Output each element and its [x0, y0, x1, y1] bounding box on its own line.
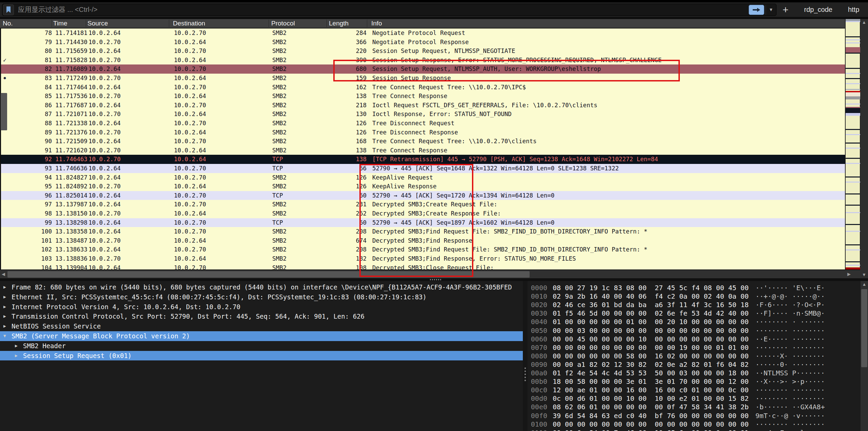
- hex-row-0060[interactable]: 006000 00 45 00 00 00 00 10 00 00 00 00 …: [528, 335, 868, 343]
- collapsed-arrow-icon[interactable]: ▶: [3, 312, 6, 321]
- column-header-protocol[interactable]: Protocol: [271, 19, 295, 28]
- packet-row-78[interactable]: 7811.71418110.0.2.6410.0.2.70SMB2284Nego…: [1, 29, 845, 38]
- column-header-no[interactable]: No.: [3, 19, 13, 28]
- hex-row-0020[interactable]: 002002 46 ce 36 01 bd da ba a6 3f 11 4f …: [528, 301, 868, 309]
- column-header-destination[interactable]: Destination: [173, 19, 205, 28]
- filter-bookmark-button[interactable]: [3, 4, 14, 15]
- add-filter-button[interactable]: +: [783, 5, 789, 15]
- filter-shortcut-rdp_code[interactable]: rdp_code: [804, 6, 832, 13]
- packet-list-vscrollbar[interactable]: ▲ ▼: [860, 19, 868, 278]
- hex-row-0070[interactable]: 007000 00 00 00 00 00 00 00 00 00 19 00 …: [528, 343, 868, 352]
- detail-row[interactable]: ▶Ethernet II, Src: PCSSystemtec_45:5c:f4…: [0, 292, 523, 302]
- column-header-info[interactable]: Info: [371, 19, 382, 28]
- packet-list-header: No.TimeSourceDestinationProtocolLengthIn…: [0, 19, 845, 29]
- hex-row-00d0[interactable]: 00d00c 00 d6 01 00 00 10 00 10 00 e2 01 …: [528, 394, 868, 403]
- packet-minimap[interactable]: [845, 19, 860, 269]
- filter-shortcut-http[interactable]: http: [848, 6, 859, 13]
- packet-row-90[interactable]: 9011.72150910.0.2.6410.0.2.70SMB2168Tree…: [1, 137, 845, 146]
- packet-len-cell: 138: [325, 146, 367, 155]
- column-separator[interactable]: [169, 20, 169, 27]
- collapsed-arrow-icon[interactable]: ▶: [3, 292, 6, 302]
- column-header-time[interactable]: Time: [53, 19, 67, 28]
- packet-dst-cell: 10.0.2.70: [174, 245, 206, 254]
- packet-time-cell: 11.717687: [55, 101, 87, 110]
- detail-row[interactable]: ▶Session Setup Request (0x01): [0, 351, 523, 361]
- hex-row-0050[interactable]: 005000 00 03 00 00 00 00 00 00 00 00 00 …: [528, 326, 868, 335]
- minimap-stripe: [846, 129, 861, 130]
- packet-row-79[interactable]: 7911.71443010.0.2.7010.0.2.64SMB2366Nego…: [1, 38, 845, 47]
- hex-row-00c0[interactable]: 00c012 00 ae 01 00 00 16 00 16 00 c0 01 …: [528, 386, 868, 394]
- collapsed-arrow-icon[interactable]: ▶: [3, 302, 6, 312]
- display-filter-input[interactable]: 应用显示过滤器 ... <Ctrl-/> ▼: [2, 4, 776, 16]
- hex-row-0040[interactable]: 004001 00 00 00 00 00 01 00 00 20 10 00 …: [528, 318, 868, 326]
- scroll-left-arrow-icon[interactable]: ◀: [0, 270, 7, 278]
- vertical-pane-splitter[interactable]: [523, 281, 528, 431]
- hex-row-0010[interactable]: 001002 9a 2b 16 40 00 40 06 f4 c2 0a 00 …: [528, 292, 868, 301]
- packet-row-92[interactable]: 9211.74646310.0.2.7010.0.2.64TCP138[TCP …: [1, 155, 845, 164]
- column-separator[interactable]: [52, 20, 52, 27]
- hex-row-0080[interactable]: 008000 00 00 00 00 00 58 00 16 02 00 00 …: [528, 352, 868, 360]
- hex-row-0100[interactable]: 010000 00 00 00 00 00 00 00 00 00 00 00 …: [528, 420, 868, 429]
- bytes-vscrollbar-thumb[interactable]: [861, 289, 867, 367]
- bytes-vscrollbar[interactable]: ▲: [861, 281, 868, 431]
- collapsed-arrow-icon[interactable]: ▶: [3, 282, 6, 292]
- scroll-up-arrow-icon[interactable]: ▲: [861, 281, 868, 288]
- packet-row-84[interactable]: 8411.71746410.0.2.6410.0.2.70SMB2162Tree…: [1, 83, 845, 92]
- column-separator[interactable]: [86, 20, 86, 27]
- collapsed-arrow-icon[interactable]: ▶: [15, 341, 18, 351]
- packet-row-85[interactable]: 8511.71753610.0.2.7010.0.2.64SMB2138Tree…: [1, 92, 845, 101]
- detail-row[interactable]: ▼SMB2 (Server Message Block Protocol ver…: [0, 331, 523, 341]
- column-header-length[interactable]: Length: [329, 19, 349, 28]
- hex-bytes: 01 f5 46 5d 00 00 00 00 02 6e fe 53 4d 4…: [553, 309, 749, 318]
- scroll-right-arrow-icon[interactable]: ▶: [846, 270, 852, 278]
- hex-row-00f0[interactable]: 00f039 6d 54 84 63 ed c0 40 bf 76 00 00 …: [528, 412, 868, 420]
- column-header-source[interactable]: Source: [87, 19, 108, 28]
- packet-row-80[interactable]: 8011.71565910.0.2.6410.0.2.70SMB2220Sess…: [1, 46, 845, 56]
- hex-row-0110[interactable]: 011000 00 0a 34 00 7a 46 00 10 65 6c 00 …: [528, 429, 868, 431]
- packet-row-91[interactable]: 9111.72162010.0.2.7010.0.2.64SMB2138Tree…: [1, 146, 845, 155]
- hex-row-00e0[interactable]: 00e008 62 06 01 00 00 00 00 00 0f 47 58 …: [528, 403, 868, 411]
- hex-row-00b0[interactable]: 00b018 00 58 00 00 00 3e 01 3e 01 70 00 …: [528, 377, 868, 386]
- expanded-arrow-icon[interactable]: ▼: [3, 331, 6, 341]
- packet-time-cell: 13.138150: [55, 209, 87, 218]
- packet-row-89[interactable]: 8911.72137610.0.2.7010.0.2.64SMB2126Tree…: [1, 128, 845, 137]
- packet-bytes-pane[interactable]: 000008 00 27 19 1c 83 08 00 27 45 5c f4 …: [528, 281, 868, 431]
- hex-row-0030[interactable]: 003001 f5 46 5d 00 00 00 00 02 6e fe 53 …: [528, 309, 868, 318]
- packet-no-cell: 99: [8, 218, 52, 227]
- packet-src-cell: 10.0.2.64: [88, 29, 121, 38]
- packet-proto-cell: SMB2: [272, 263, 287, 269]
- packet-src-cell: 10.0.2.64: [88, 200, 121, 209]
- detail-row[interactable]: ▶SMB2 Header: [0, 341, 523, 351]
- packet-no-cell: 83: [8, 74, 52, 83]
- hex-offset: 00a0: [530, 369, 547, 377]
- detail-row-text: Session Setup Request (0x01): [23, 351, 132, 361]
- minimap-stripe: [846, 134, 861, 135]
- splitter-grip-icon: [525, 368, 526, 381]
- detail-row[interactable]: ▶NetBIOS Session Service: [0, 321, 523, 331]
- scroll-down-arrow-icon[interactable]: ▼: [860, 271, 868, 278]
- scroll-up-arrow-icon[interactable]: ▲: [860, 19, 868, 26]
- column-separator[interactable]: [367, 20, 367, 27]
- collapsed-arrow-icon[interactable]: ▶: [15, 351, 18, 361]
- vscrollbar-thumb[interactable]: [1, 93, 7, 130]
- packet-time-cell: 11.721376: [55, 128, 87, 137]
- packet-row-87[interactable]: 8711.72107110.0.2.7010.0.2.64SMB2130Ioct…: [1, 110, 845, 119]
- minimap-stripe: [846, 231, 861, 232]
- packet-details-pane[interactable]: ▶Frame 82: 680 bytes on wire (5440 bits)…: [0, 281, 523, 431]
- collapsed-arrow-icon[interactable]: ▶: [3, 321, 6, 331]
- apply-filter-button[interactable]: [749, 5, 764, 15]
- packet-no-cell: 95: [8, 182, 52, 191]
- packet-row-88[interactable]: 8811.72133810.0.2.6410.0.2.70SMB2126Tree…: [1, 119, 845, 128]
- column-separator[interactable]: [269, 20, 269, 27]
- column-separator[interactable]: [327, 20, 327, 27]
- packet-no-cell: 79: [8, 38, 52, 47]
- detail-row[interactable]: ▶Internet Protocol Version 4, Src: 10.0.…: [0, 302, 523, 312]
- filter-history-caret[interactable]: ▼: [766, 5, 776, 15]
- packet-row-86[interactable]: 8611.71768710.0.2.6410.0.2.70SMB2218Ioct…: [1, 101, 845, 110]
- hex-row-00a0[interactable]: 00a001 f2 4e 54 4c 4d 53 53 50 00 03 00 …: [528, 369, 868, 377]
- detail-row[interactable]: ▶Transmission Control Protocol, Src Port…: [0, 312, 523, 321]
- hex-row-0000[interactable]: 000008 00 27 19 1c 83 08 00 27 45 5c f4 …: [528, 284, 868, 292]
- horizontal-pane-splitter[interactable]: [0, 278, 868, 281]
- hex-row-0090[interactable]: 009000 00 a1 82 02 12 30 82 02 0e a2 82 …: [528, 360, 868, 369]
- detail-row[interactable]: ▶Frame 82: 680 bytes on wire (5440 bits)…: [0, 282, 523, 292]
